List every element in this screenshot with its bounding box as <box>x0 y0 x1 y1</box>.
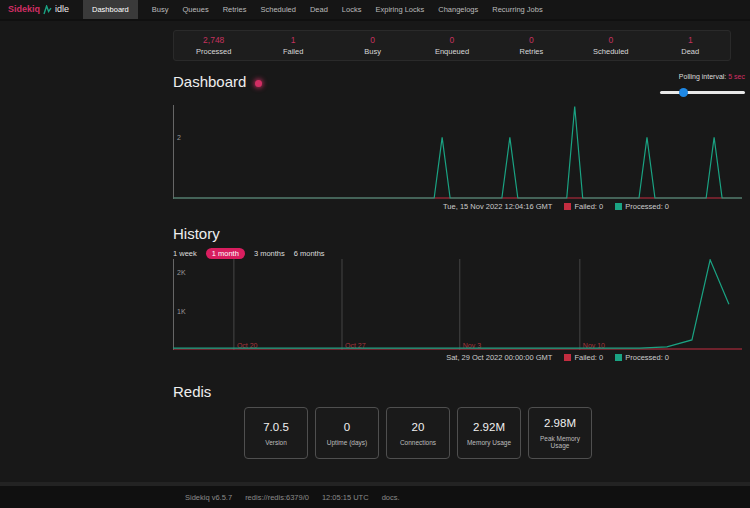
nav-tab[interactable]: Dead <box>310 0 328 19</box>
sidekiq-logo-icon <box>43 0 52 19</box>
nav-tab[interactable]: Retries <box>223 0 247 19</box>
footer-redis-url: redis://redis:6379/0 <box>245 493 309 502</box>
redis-stat-card: 0 Uptime (days) <box>315 407 379 459</box>
legend-entry: Failed: 0 <box>564 202 603 211</box>
legend-entry-label: Processed: 0 <box>625 353 669 362</box>
dashboard-header: Dashboard Polling interval: 5 sec <box>173 73 745 98</box>
summary-stat-label: Dead <box>651 47 730 57</box>
summary-stat-label: Busy <box>333 47 412 57</box>
polling-interval-label: Polling interval: 5 sec <box>660 73 745 80</box>
summary-stat-value: 0 <box>492 35 571 45</box>
summary-stat-value: 0 <box>412 35 491 45</box>
summary-stat-label: Failed <box>253 47 332 57</box>
legend-swatch-icon <box>564 203 571 210</box>
history-chart: Oct 20Oct 27Nov 3Nov 102K1K <box>173 259 742 350</box>
sidekiq-brand-link[interactable]: Sidekiq <box>8 0 40 19</box>
legend-swatch-icon <box>615 354 622 361</box>
legend-entry: Failed: 0 <box>564 353 603 362</box>
polling-control: Polling interval: 5 sec <box>660 73 745 98</box>
redis-stat-label: Peak Memory Usage <box>529 435 591 449</box>
footer: Sidekiq v6.5.7 redis://redis:6379/0 12:0… <box>0 486 750 508</box>
redis-stat-label: Version <box>263 439 289 446</box>
redis-stat-value: 20 <box>412 421 425 433</box>
svg-text:2: 2 <box>177 134 181 141</box>
page-title: Dashboard <box>173 73 262 90</box>
summary-stat-value: 0 <box>333 35 412 45</box>
nav-tab[interactable]: Dashboard <box>83 0 138 19</box>
legend-swatch-icon <box>615 203 622 210</box>
legend-entry: Processed: 0 <box>615 202 669 211</box>
svg-text:Oct 20: Oct 20 <box>237 342 258 349</box>
history-range-filter[interactable]: 1 month <box>206 248 245 259</box>
process-status-label: idle <box>55 0 69 19</box>
realtime-chart: 2 <box>173 105 742 199</box>
history-range-filters: 1 week1 month3 months6 months <box>173 247 745 259</box>
nav-tab[interactable]: Scheduled <box>260 0 295 19</box>
summary-stat-value: 0 <box>571 35 650 45</box>
footer-version: Sidekiq v6.5.7 <box>185 493 232 502</box>
footer-server-time: 12:05:15 UTC <box>322 493 369 502</box>
legend-swatch-icon <box>564 354 571 361</box>
legend-timestamp: Tue, 15 Nov 2022 12:04:16 GMT <box>443 202 552 211</box>
summary-stat-label: Retries <box>492 47 571 57</box>
redis-stat-label: Memory Usage <box>465 439 513 446</box>
redis-stat-value: 7.0.5 <box>263 421 289 433</box>
summary-stat: 0 Retries <box>492 35 571 57</box>
summary-stat: 0 Enqueued <box>412 35 491 57</box>
history-section-title: History <box>173 225 745 242</box>
live-beacon-icon <box>255 80 262 87</box>
nav-tab[interactable]: Changelogs <box>438 0 478 19</box>
top-navbar: Sidekiq idle DashboardBusyQueuesRetriesS… <box>0 0 750 21</box>
nav-tab[interactable]: Busy <box>152 0 169 19</box>
summary-stat-label: Enqueued <box>412 47 491 57</box>
main-content: 2,748 Processed 1 Failed 0 Busy 0 Enqueu… <box>173 30 745 459</box>
nav-tab[interactable]: Recurring Jobs <box>492 0 542 19</box>
footer-docs-link[interactable]: docs. <box>382 493 400 502</box>
summary-stat-value: 1 <box>651 35 730 45</box>
redis-stat-card: 2.92M Memory Usage <box>457 407 521 459</box>
redis-stat-value: 0 <box>344 421 350 433</box>
polling-interval-value: 5 sec <box>728 73 745 80</box>
summary-stat-value: 2,748 <box>174 35 253 45</box>
summary-stat-label: Scheduled <box>571 47 650 57</box>
summary-stat: 2,748 Processed <box>174 35 253 57</box>
redis-stat-card: 2.98M Peak Memory Usage <box>528 407 592 459</box>
redis-section-title: Redis <box>173 383 745 400</box>
summary-stat: 1 Failed <box>253 35 332 57</box>
nav-tab[interactable]: Locks <box>342 0 362 19</box>
legend-entry-label: Failed: 0 <box>574 202 603 211</box>
nav-tabs: DashboardBusyQueuesRetriesScheduledDeadL… <box>83 0 543 19</box>
legend-entry-label: Processed: 0 <box>625 202 669 211</box>
svg-text:Nov 3: Nov 3 <box>463 342 481 349</box>
summary-stat-label: Processed <box>174 47 253 57</box>
summary-stat: 1 Dead <box>651 35 730 57</box>
redis-stat-cards: 7.0.5 Version 0 Uptime (days) 20 Connect… <box>244 407 745 459</box>
svg-text:2K: 2K <box>177 269 186 276</box>
redis-stat-card: 20 Connections <box>386 407 450 459</box>
nav-tab[interactable]: Expiring Locks <box>375 0 424 19</box>
svg-text:1K: 1K <box>177 308 186 315</box>
summary-stat: 0 Scheduled <box>571 35 650 57</box>
legend-timestamp: Sat, 29 Oct 2022 00:00:00 GMT <box>446 353 552 362</box>
realtime-chart-legend: Tue, 15 Nov 2022 12:04:16 GMT Failed: 0 … <box>173 200 745 212</box>
summary-stat: 0 Busy <box>333 35 412 57</box>
redis-stat-card: 7.0.5 Version <box>244 407 308 459</box>
history-range-filter[interactable]: 6 months <box>294 249 325 258</box>
redis-stat-value: 2.98M <box>544 417 576 429</box>
redis-stat-label: Connections <box>398 439 438 446</box>
summary-bar: 2,748 Processed 1 Failed 0 Busy 0 Enqueu… <box>173 30 731 61</box>
polling-interval-slider[interactable] <box>660 91 745 94</box>
nav-tab[interactable]: Queues <box>182 0 208 19</box>
history-range-filter[interactable]: 3 months <box>254 249 285 258</box>
svg-text:Nov 10: Nov 10 <box>583 342 605 349</box>
summary-stat-value: 1 <box>253 35 332 45</box>
legend-entry-label: Failed: 0 <box>574 353 603 362</box>
redis-stat-value: 2.92M <box>473 421 505 433</box>
legend-entry: Processed: 0 <box>615 353 669 362</box>
history-chart-legend: Sat, 29 Oct 2022 00:00:00 GMT Failed: 0 … <box>173 351 745 363</box>
redis-stat-label: Uptime (days) <box>325 439 369 446</box>
svg-text:Oct 27: Oct 27 <box>345 342 366 349</box>
history-range-filter[interactable]: 1 week <box>173 249 197 258</box>
